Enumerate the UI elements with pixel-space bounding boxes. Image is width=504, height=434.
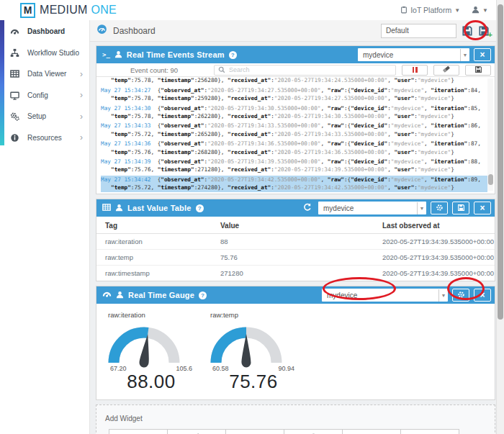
log-timestamp: May 27 15:34:42 [101,176,150,183]
sidebar-item-label: Data Viewer [27,70,66,78]
table-close-button[interactable]: × [474,202,491,214]
log-entry[interactable]: May 27 15:34:27 {"observed_at":"2020-05-… [101,86,487,103]
chevron-right-icon: › [80,133,83,142]
help-icon[interactable]: ? [196,204,204,212]
cell-last-observed: 2020-05-27T19:34:39.535000+00:00 [382,269,495,277]
add-widget-option-line-chart[interactable] [109,429,168,434]
add-widget-option-line-chart[interactable] [342,429,401,434]
table-settings-button[interactable] [431,202,448,214]
gauge-device-select[interactable]: mydevice ▼ [322,289,448,302]
help-icon[interactable]: ? [229,51,237,59]
sidebar-item-config[interactable]: Config› [0,85,89,107]
page-scrollbar-track[interactable] [496,0,504,434]
gauge-settings-button[interactable] [452,289,469,302]
gauge-value: 75.76 [209,371,298,393]
save-icon [457,202,465,214]
user-icon [114,48,122,61]
page-scrollbar-thumb[interactable] [498,4,503,320]
log-entry[interactable]: May 27 15:34:24 {"observed_at":"2020-05-… [101,77,487,85]
sidebar-item-label: Setup [27,112,46,120]
dashboard-name-input[interactable] [381,24,456,38]
platform-menu[interactable]: IoT Platform ▼ [400,6,460,15]
top-bar: M MEDIUM ONE IoT Platform ▼ ▼ [0,0,504,20]
add-widget-option-bar-chart[interactable] [225,429,284,434]
gear-icon [436,202,444,214]
page-title: Dashboard [113,26,156,36]
gauge-raw-iteration: raw:iteration67.20105.688.00 [107,311,196,399]
widget-title: Real Time Events Stream [127,50,225,59]
add-widget-option-globe[interactable] [284,429,343,434]
add-dashboard-button[interactable]: + [478,25,490,37]
add-widget-option-table-rows[interactable] [400,429,459,434]
clipboard-icon [400,6,408,15]
dashboard-content: >_ Real Time Events Stream ? mydevice ▼ … [90,42,504,434]
log-entry[interactable]: May 27 15:34:36 {"observed_at":"2020-05-… [101,140,487,156]
events-device-select[interactable]: mydevice ▼ [358,48,469,61]
add-widget-option-pie-chart[interactable] [167,429,226,434]
export-stream-button[interactable] [465,65,491,76]
dashboard-icon [96,24,107,37]
log-timestamp: May 27 15:34:36 [101,140,150,147]
pause-icon [413,67,415,73]
cell-value: 271280 [220,269,382,277]
sidebar-item-label: Workflow Studio [27,49,79,57]
help-icon[interactable]: ? [199,291,207,299]
gauge-close-button[interactable]: × [474,289,491,302]
events-search-input[interactable] [229,66,392,73]
gauge-raw-temp: raw:temp60.5890.9475.76 [209,311,298,399]
refresh-icon[interactable] [303,202,312,214]
user-menu[interactable]: ▼ [472,6,488,15]
gauges-container: raw:iteration67.20105.688.00raw:temp60.5… [96,304,495,399]
chevron-right-icon: › [80,91,83,99]
last-value-table-widget: Last Value Table ? mydevice ▼ [96,199,495,281]
gauge-max-label: 90.94 [278,365,294,372]
sidebar-item-resources[interactable]: Resources› [0,127,89,149]
gauge-icon [9,27,19,37]
sidebar-item-setup[interactable]: Setup› [0,106,89,127]
user-icon [115,202,123,214]
table-body: raw:iteration882020-05-27T19:34:39.53500… [96,234,495,281]
medium-one-logo: M MEDIUM ONE [20,3,117,18]
sidebar-item-data-viewer[interactable]: Data Viewer› [0,63,89,85]
column-header-last-observed: Last observed at [382,222,495,230]
log-entry[interactable]: May 27 15:34:30 {"observed_at":"2020-05-… [101,104,487,121]
gauge-icon [102,289,112,302]
terminal-icon: >_ [102,51,110,58]
save-icon [474,63,482,76]
user-icon [472,6,480,15]
sidebar-item-dashboard[interactable]: Dashboard [0,21,89,42]
pause-icon [415,67,418,73]
gauge-arc [107,321,181,369]
logo-one: ONE [91,4,117,16]
cell-last-observed: 2020-05-27T19:34:39.535000+00:00 [382,238,495,245]
selected-device: mydevice [322,291,438,299]
sidebar: DashboardWorkflow StudioData Viewer›Conf… [0,20,90,434]
log-entry[interactable]: May 27 15:34:33 {"observed_at":"2020-05-… [101,122,487,138]
table-save-button[interactable] [452,202,469,214]
log-timestamp: May 27 15:34:30 [101,105,150,112]
events-log: May 27 15:34:24 {"observed_at":"2020-05-… [96,77,495,194]
gauge-widget-header: Real Time Gauge ? mydevice ▼ × [96,286,495,304]
search-icon [218,63,225,76]
table-device-select[interactable]: mydevice ▼ [318,202,426,214]
log-scrollbar-thumb[interactable] [488,174,493,185]
cell-tag: raw:temp [96,253,220,261]
gauge-min-label: 67.20 [110,365,127,372]
clear-stream-button[interactable] [433,65,459,76]
gauge-value: 88.00 [107,371,196,393]
selected-device: mydevice [358,51,460,59]
cell-value: 88 [220,238,382,245]
pause-stream-button[interactable] [402,65,428,76]
save-dashboard-button[interactable] [462,25,473,37]
events-toolbar: Event count: 90 [96,63,495,77]
chevron-down-icon: ▼ [454,7,460,14]
logo-text: MEDIUM ONE [40,4,117,17]
sidebar-item-workflow-studio[interactable]: Workflow Studio [0,42,89,64]
platform-label: IoT Platform [410,6,451,14]
sitemap-icon [9,48,19,58]
log-entry[interactable]: May 27 15:34:42 {"observed_at":"2020-05-… [101,176,487,192]
log-entry[interactable]: May 27 15:34:39 {"observed_at":"2020-05-… [101,158,487,174]
event-count: Event count: 90 [100,66,208,74]
column-header-value: Value [220,222,382,230]
events-close-button[interactable]: × [474,48,491,61]
